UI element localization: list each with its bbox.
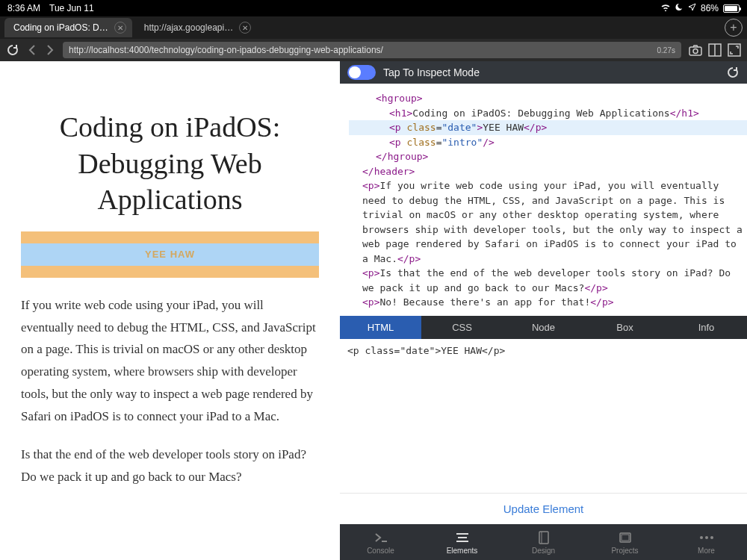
nav-design[interactable]: Design (503, 524, 584, 560)
close-icon[interactable]: ✕ (239, 22, 251, 34)
inspector-tabs: HTML CSS Node Box Info (340, 316, 747, 339)
svg-rect-0 (689, 47, 701, 55)
svg-rect-9 (539, 532, 548, 544)
page-title: Coding on iPadOS: Debugging Web Applicat… (21, 109, 319, 218)
selected-node[interactable]: <p class="date">YEE HAW</p> (349, 120, 747, 135)
status-bar: 8:36 AM Tue Jun 11 86% (0, 0, 747, 16)
status-date: Tue Jun 11 (49, 3, 94, 13)
nav-more[interactable]: More (666, 524, 747, 560)
location-icon (688, 3, 696, 13)
page-preview[interactable]: Coding on iPadOS: Debugging Web Applicat… (0, 61, 340, 560)
elements-icon (456, 530, 469, 545)
split-view-icon[interactable] (708, 43, 722, 57)
load-time: 0.27s (657, 46, 675, 55)
projects-icon (619, 530, 632, 545)
browser-tab[interactable]: http://ajax.googleapi… ✕ (135, 18, 257, 37)
moon-icon (675, 3, 684, 13)
refresh-icon[interactable] (726, 66, 740, 79)
battery-icon (723, 4, 740, 13)
body-paragraph: Is that the end of the web developer too… (21, 444, 319, 488)
svg-point-14 (705, 536, 708, 539)
svg-point-1 (693, 49, 698, 54)
console-icon (374, 530, 388, 545)
url-text: http://localhost:4000/technology/coding-… (69, 45, 383, 55)
nav-projects[interactable]: Projects (584, 524, 666, 560)
tab-bar: Coding on iPadOS: D… ✕ http://ajax.googl… (0, 16, 747, 39)
nav-console[interactable]: Console (340, 524, 421, 560)
new-tab-button[interactable]: + (725, 19, 743, 37)
tab-html[interactable]: HTML (340, 316, 421, 339)
wifi-icon (660, 3, 671, 13)
svg-point-15 (710, 536, 713, 539)
svg-point-13 (700, 536, 703, 539)
tab-title: Coding on iPadOS: D… (13, 22, 108, 33)
svg-rect-12 (622, 535, 629, 541)
close-icon[interactable]: ✕ (114, 22, 126, 34)
body-paragraph: If you write web code using your iPad, y… (21, 294, 319, 428)
browser-tab[interactable]: Coding on iPadOS: D… ✕ (4, 18, 132, 37)
highlighted-element[interactable]: YEE HAW (21, 231, 319, 278)
forward-icon[interactable] (45, 44, 55, 56)
toolbar: http://localhost:4000/technology/coding-… (0, 39, 747, 61)
back-icon[interactable] (27, 44, 37, 56)
nav-elements[interactable]: Elements (421, 524, 503, 560)
expand-icon[interactable] (728, 43, 741, 57)
tab-info[interactable]: Info (666, 316, 747, 339)
inspector-panel: Tap To Inspect Mode <hgroup> <h1>Coding … (340, 61, 747, 560)
tab-title: http://ajax.googleapi… (144, 22, 233, 33)
highlight-label: YEE HAW (21, 243, 319, 266)
status-time: 8:36 AM (7, 3, 40, 13)
inspect-toggle[interactable] (347, 65, 376, 80)
camera-icon[interactable] (689, 43, 702, 57)
element-detail[interactable]: <p class="date">YEE HAW</p> (340, 339, 747, 493)
battery-percent: 86% (701, 3, 719, 13)
inspect-label: Tap To Inspect Mode (383, 66, 480, 78)
inspector-header: Tap To Inspect Mode (340, 61, 747, 84)
more-icon (699, 530, 714, 545)
dom-tree[interactable]: <hgroup> <h1>Coding on iPadOS: Debugging… (340, 84, 747, 316)
tab-box[interactable]: Box (584, 316, 666, 339)
tab-css[interactable]: CSS (421, 316, 503, 339)
design-icon (538, 530, 550, 545)
tab-node[interactable]: Node (503, 316, 584, 339)
update-element-button[interactable]: Update Element (340, 493, 747, 524)
address-bar[interactable]: http://localhost:4000/technology/coding-… (63, 42, 681, 58)
bottom-bar: Console Elements Design Projects More (340, 524, 747, 560)
reload-icon[interactable] (6, 43, 19, 57)
